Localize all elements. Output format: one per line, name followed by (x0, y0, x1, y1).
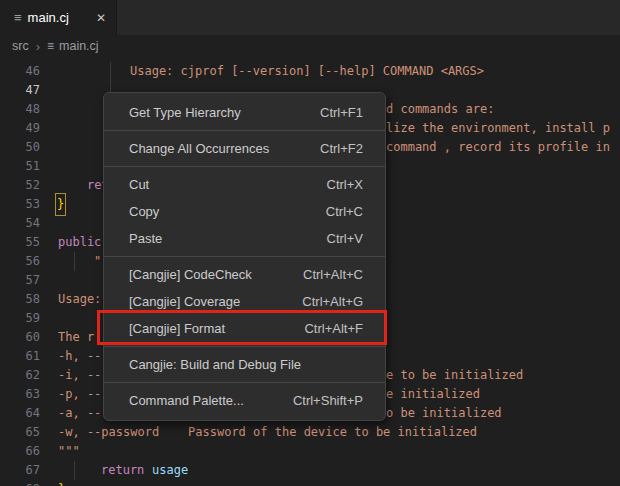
menu-item-change-all-occurrences[interactable]: Change All OccurrencesCtrl+F2 (104, 135, 385, 162)
line-number: 52 (0, 176, 40, 195)
code-token: Usage: cjprof [--version] [--help] COMMA… (130, 62, 484, 81)
chevron-right-icon: › (36, 39, 40, 54)
code-token: " (94, 252, 101, 271)
menu-item-get-type-hierarchy[interactable]: Get Type HierarchyCtrl+F1 (104, 99, 385, 126)
line-number: 66 (0, 442, 40, 461)
menu-item-shortcut: Ctrl+Alt+F (304, 315, 363, 342)
menu-item-label: Get Type Hierarchy (129, 99, 241, 126)
file-icon: ≡ (47, 39, 54, 53)
menu-item-copy[interactable]: CopyCtrl+C (104, 198, 385, 225)
menu-item-shortcut: Ctrl+V (327, 225, 363, 252)
code-token: -w, --password Password of the device to… (58, 423, 477, 442)
menu-item-cut[interactable]: CutCtrl+X (104, 171, 385, 198)
code-line[interactable]: 65-w, --password Password of the device … (0, 423, 620, 442)
menu-item-label: Change All Occurrences (129, 135, 269, 162)
tab-main-cj[interactable]: ≡ main.cj ✕ (0, 0, 117, 35)
code-token: -a, -- (58, 404, 101, 423)
menu-item-label: [Cangjie] CodeCheck (129, 261, 252, 288)
menu-item-shortcut: Ctrl+Alt+G (302, 288, 363, 315)
menu-item-paste[interactable]: PasteCtrl+V (104, 225, 385, 252)
code-token: usage (152, 461, 188, 480)
code-token: The r (58, 328, 94, 347)
code-token: e to be initialized (386, 366, 523, 385)
menu-item-shortcut: Ctrl+F2 (320, 135, 363, 162)
menu-item-cangjie-format[interactable]: [Cangjie] FormatCtrl+Alt+F (104, 315, 385, 342)
line-number: 48 (0, 100, 40, 119)
menu-item-shortcut: Ctrl+Alt+C (303, 261, 363, 288)
code-token: } (57, 195, 64, 214)
line-number: 53 (0, 195, 40, 214)
line-number: 61 (0, 347, 40, 366)
menu-item-label: Command Palette... (129, 387, 244, 414)
breadcrumb-file[interactable]: main.cj (59, 39, 99, 53)
menu-separator (104, 166, 385, 167)
code-token: -p, -- (58, 385, 101, 404)
line-number: 59 (0, 309, 40, 328)
line-number: 50 (0, 138, 40, 157)
code-token: d commands are: (386, 100, 494, 119)
menu-item-label: [Cangjie] Coverage (129, 288, 240, 315)
line-number: 47 (0, 81, 40, 100)
line-number: 67 (0, 461, 40, 480)
tab-close-icon[interactable]: ✕ (96, 12, 106, 24)
code-token: e initialized (386, 385, 480, 404)
code-line[interactable]: 46Usage: cjprof [--version] [--help] COM… (0, 62, 620, 81)
menu-separator (104, 256, 385, 257)
menu-item-command-palette[interactable]: Command Palette...Ctrl+Shift+P (104, 387, 385, 414)
menu-item-shortcut: Ctrl+F1 (320, 99, 363, 126)
line-number: 58 (0, 290, 40, 309)
code-token: -i, -- (58, 366, 101, 385)
line-number: 56 (0, 252, 40, 271)
menu-item-label: Copy (129, 198, 159, 225)
code-token: lize the environment, install p (386, 119, 610, 138)
line-number: 51 (0, 157, 40, 176)
code-line[interactable]: 67returnusage (0, 461, 620, 480)
file-icon: ≡ (14, 11, 22, 24)
line-number: 60 (0, 328, 40, 347)
menu-item-cangjie-build-and-debug-file[interactable]: Cangjie: Build and Debug File (104, 351, 385, 378)
line-number: 62 (0, 366, 40, 385)
tab-bar: ≡ main.cj ✕ (0, 0, 620, 35)
menu-item-shortcut: Ctrl+Shift+P (293, 387, 363, 414)
menu-item-label: Paste (129, 225, 162, 252)
code-token: -h, -- (58, 347, 101, 366)
breadcrumb: src › ≡ main.cj (0, 35, 620, 57)
code-token: o be initialized (386, 404, 502, 423)
breadcrumb-folder[interactable]: src (12, 39, 29, 53)
line-number: 63 (0, 385, 40, 404)
menu-separator (104, 382, 385, 383)
code-token: } (58, 480, 65, 486)
line-number: 49 (0, 119, 40, 138)
code-line[interactable]: 66""" (0, 442, 620, 461)
line-number: 65 (0, 423, 40, 442)
menu-item-shortcut: Ctrl+C (326, 198, 363, 225)
line-number: 64 (0, 404, 40, 423)
context-menu: Get Type HierarchyCtrl+F1Change All Occu… (103, 92, 386, 421)
menu-separator (104, 346, 385, 347)
code-token: command , record its profile in (386, 138, 610, 157)
code-line[interactable]: 68} (0, 480, 620, 486)
menu-item-label: Cangjie: Build and Debug File (129, 351, 301, 378)
code-token: return (101, 461, 144, 480)
menu-item-cangjie-codecheck[interactable]: [Cangjie] CodeCheckCtrl+Alt+C (104, 261, 385, 288)
line-number: 54 (0, 214, 40, 233)
menu-item-cangjie-coverage[interactable]: [Cangjie] CoverageCtrl+Alt+G (104, 288, 385, 315)
menu-separator (104, 130, 385, 131)
line-number: 68 (0, 480, 40, 486)
code-token: public (58, 233, 101, 252)
tab-title: main.cj (28, 10, 69, 25)
line-number: 57 (0, 271, 40, 290)
line-number: 55 (0, 233, 40, 252)
code-token: """ (58, 442, 80, 461)
menu-item-label: Cut (129, 171, 149, 198)
vscode-window: ≡ main.cj ✕ src › ≡ main.cj 46Usage: cjp… (0, 0, 620, 486)
line-number: 46 (0, 62, 40, 81)
menu-item-shortcut: Ctrl+X (327, 171, 363, 198)
code-token: Usage: (58, 290, 101, 309)
menu-item-label: [Cangjie] Format (129, 315, 225, 342)
